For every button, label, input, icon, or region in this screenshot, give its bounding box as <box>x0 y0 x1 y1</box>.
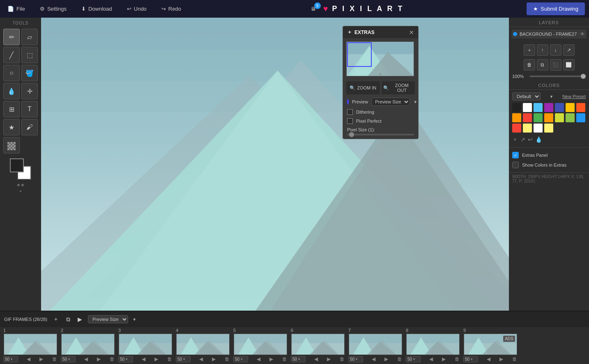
stamp-tool[interactable]: ⊞ <box>3 101 20 117</box>
frame-thumbnail[interactable] <box>349 334 402 355</box>
delay-down-arrow[interactable]: ▼ <box>412 357 416 361</box>
add-color-button[interactable]: ＋ <box>512 136 518 143</box>
color-swatch[interactable] <box>576 103 585 112</box>
frame-prev-button[interactable]: ◀ <box>429 356 433 362</box>
frame-next-button[interactable]: ▶ <box>442 356 446 362</box>
extras-panel-checkbox[interactable]: ✓ <box>512 152 519 158</box>
frame-thumbnail[interactable] <box>119 334 172 355</box>
frame-delete-button[interactable]: 🗑 <box>397 356 403 362</box>
eyedropper-color-button[interactable]: 💧 <box>535 136 542 143</box>
frame-prev-button[interactable]: ◀ <box>486 356 491 362</box>
frame-next-button[interactable]: ▶ <box>154 356 159 362</box>
redo-button[interactable]: ↪ Redo <box>158 4 184 14</box>
frame-item[interactable]: 2 50 ▼ ◀ ▶ 🗑 <box>59 327 117 364</box>
undo-button[interactable]: ↩ Undo <box>124 4 150 14</box>
frame-item[interactable]: 5 50 ▼ ◀ ▶ 🗑 <box>232 327 289 364</box>
color-swatch[interactable] <box>534 113 543 122</box>
frame-next-button[interactable]: ▶ <box>327 356 331 362</box>
frame-delete-button[interactable]: 🗑 <box>454 356 460 362</box>
color-swatch[interactable] <box>534 103 543 112</box>
flatten-layer-button[interactable]: ⬜ <box>563 59 575 71</box>
circle-tool[interactable]: ○ <box>3 65 20 81</box>
add-frame-button[interactable]: ＋ <box>51 315 60 324</box>
delay-down-arrow[interactable]: ▼ <box>10 357 13 361</box>
delete-layer-button[interactable]: 🗑 <box>524 59 535 71</box>
merge-layer-button[interactable]: ⬛ <box>550 59 561 71</box>
line-tool[interactable]: ╱ <box>3 47 20 63</box>
frame-next-button[interactable]: ▶ <box>384 356 389 362</box>
frame-thumbnail[interactable] <box>291 334 345 355</box>
frame-prev-button[interactable]: ◀ <box>256 356 261 362</box>
frame-thumbnail[interactable]: ADS <box>464 334 517 355</box>
color-swatch[interactable] <box>523 124 532 133</box>
frame-delay[interactable]: 50 ▼ <box>348 356 363 362</box>
dithering-checkbox[interactable] <box>347 109 353 115</box>
fill-tool[interactable]: 🪣 <box>21 65 38 81</box>
frame-delay[interactable]: 50 ▼ <box>118 356 133 362</box>
color-swatch[interactable] <box>555 103 564 112</box>
color-swatch[interactable] <box>544 113 553 122</box>
frame-item[interactable]: 1 50 ▼ ◀ ▶ 🗑 <box>2 327 59 364</box>
share-color-button[interactable]: ↗ <box>520 136 525 143</box>
export-layer-button[interactable]: ↗ <box>563 44 575 56</box>
delay-down-arrow[interactable]: ▼ <box>470 357 473 361</box>
checker-tool[interactable] <box>3 137 20 153</box>
canvas-area[interactable]: ＋ EXTRAS ✕ <box>41 18 509 311</box>
color-swatch[interactable] <box>576 113 585 122</box>
move-layer-up-button[interactable]: ↑ <box>537 44 548 56</box>
frame-item[interactable]: 3 50 ▼ ◀ ▶ 🗑 <box>117 327 174 364</box>
select-tool[interactable]: ⬚ <box>21 47 38 63</box>
frame-thumbnail[interactable] <box>61 334 115 355</box>
color-swatch[interactable] <box>566 113 575 122</box>
zoom-in-button[interactable]: 🔍 ZOOM IN <box>346 81 380 94</box>
frame-prev-button[interactable]: ◀ <box>199 356 203 362</box>
frame-prev-button[interactable]: ◀ <box>141 356 146 362</box>
settings-menu[interactable]: ⚙ Settings <box>37 4 70 14</box>
frame-delete-button[interactable]: 🗑 <box>52 356 58 362</box>
preview-size-select[interactable]: Preview Size <box>371 98 410 106</box>
frame-delay[interactable]: 50 ▼ <box>3 356 18 362</box>
file-menu[interactable]: 📄 File <box>4 4 28 14</box>
frame-prev-button[interactable]: ◀ <box>26 356 31 362</box>
frame-thumbnail[interactable] <box>176 334 230 355</box>
frame-delay[interactable]: 50 ▼ <box>463 356 478 362</box>
preview-radio[interactable] <box>347 99 349 105</box>
text-tool[interactable]: T <box>21 101 38 117</box>
frame-next-button[interactable]: ▶ <box>499 356 504 362</box>
notifications-button[interactable]: 🖥 9 <box>307 4 319 14</box>
play-button[interactable]: ▶ <box>76 315 84 323</box>
frame-delete-button[interactable]: 🗑 <box>282 356 288 362</box>
move-layer-down-button[interactable]: ↓ <box>550 44 561 56</box>
color-swatch[interactable] <box>534 124 543 133</box>
frame-thumbnail[interactable] <box>406 334 460 355</box>
add-layer-button[interactable]: ＋ <box>524 44 535 56</box>
frame-delay[interactable]: 50 ▼ <box>406 356 421 362</box>
frame-delete-button[interactable]: 🗑 <box>109 356 115 362</box>
eyedropper-tool[interactable]: 💧 <box>3 83 20 99</box>
frame-delete-button[interactable]: 🗑 <box>167 356 173 362</box>
extras-close-button[interactable]: ✕ <box>409 29 414 36</box>
frame-delay[interactable]: 50 ▼ <box>176 356 191 362</box>
frame-item[interactable]: 6 50 ▼ ◀ ▶ 🗑 <box>289 327 347 364</box>
frame-prev-button[interactable]: ◀ <box>84 356 88 362</box>
palette-select[interactable]: Default <box>512 92 541 101</box>
frame-next-button[interactable]: ▶ <box>212 356 216 362</box>
delay-down-arrow[interactable]: ▼ <box>67 357 71 361</box>
color-swatch[interactable] <box>544 124 553 133</box>
frame-next-button[interactable]: ▶ <box>97 356 101 362</box>
download-button[interactable]: ⬇ Download <box>78 4 115 14</box>
undo-color-button[interactable]: ↩ <box>528 136 533 143</box>
pixel-size-slider[interactable] <box>347 134 414 135</box>
frame-prev-button[interactable]: ◀ <box>371 356 376 362</box>
frame-delete-button[interactable]: 🗑 <box>224 356 230 362</box>
duplicate-layer-button[interactable]: ⧉ <box>537 59 548 71</box>
frame-next-button[interactable]: ▶ <box>39 356 44 362</box>
frame-delete-button[interactable]: 🗑 <box>339 356 345 362</box>
pixel-perfect-checkbox[interactable] <box>347 118 353 124</box>
frame-item[interactable]: 8 50 ▼ ◀ ▶ 🗑 <box>404 327 462 364</box>
color-swatch[interactable] <box>555 113 564 122</box>
frame-next-button[interactable]: ▶ <box>269 356 274 362</box>
pixel-size-thumb[interactable] <box>349 132 354 137</box>
frame-item[interactable]: 9 ADS 50 ▼ ◀ ▶ 🗑 <box>462 327 519 364</box>
frame-delay[interactable]: 50 ▼ <box>61 356 76 362</box>
